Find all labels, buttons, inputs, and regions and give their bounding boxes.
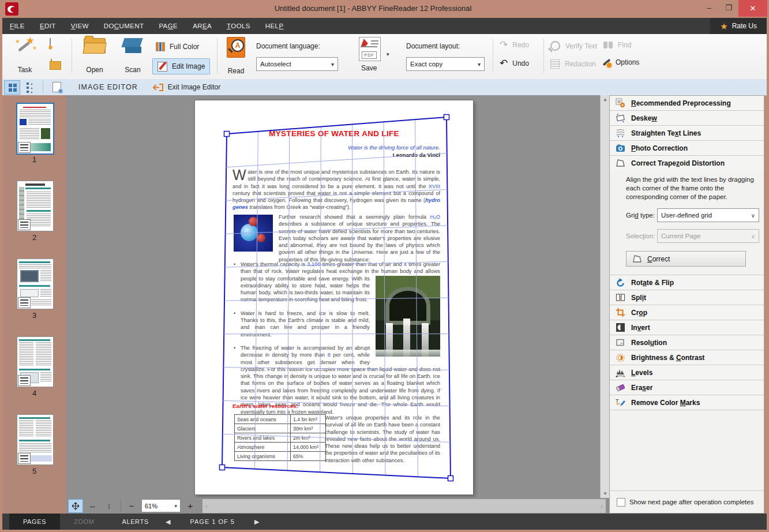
edit-image-button[interactable]: Edit Image <box>152 58 210 74</box>
redaction-button[interactable]: Redaction <box>550 59 596 69</box>
menu-area[interactable]: AREA <box>185 18 219 34</box>
edit-image-icon <box>157 62 167 72</box>
redo-button[interactable]: ↷ Redo <box>500 40 529 50</box>
fit-width-icon: ↔ <box>89 501 96 510</box>
grid-corner-handle[interactable] <box>220 465 225 470</box>
zoom-out-button[interactable]: − <box>125 500 138 512</box>
page-number: 3 <box>2 311 66 320</box>
save-dropdown-arrow[interactable]: ▾ <box>387 51 389 57</box>
tab-alerts[interactable]: ALERTS <box>108 514 163 530</box>
page-status-icon <box>18 453 31 464</box>
fit-page-button[interactable] <box>68 499 83 513</box>
rate-us-button[interactable]: ★ Rate Us <box>710 18 767 34</box>
maximize-button[interactable]: ❐ <box>719 0 738 15</box>
menu-page[interactable]: PAGE <box>151 18 185 34</box>
tool-remove-color-marks[interactable]: T Remove Color Marks <box>610 395 764 410</box>
zoom-in-button[interactable]: + <box>184 500 197 512</box>
thumbnail-view-button[interactable] <box>4 80 20 95</box>
toolbar-separator <box>493 39 493 73</box>
menu-document[interactable]: DOCUMENT <box>96 18 152 34</box>
water-resources-table: Seas and oceans1.4 bn km³ Glaciers30m km… <box>234 414 326 461</box>
molecule-image <box>234 215 273 252</box>
task-button[interactable]: ★★★ Task <box>9 38 40 74</box>
page-thumbnail-5[interactable] <box>17 414 54 465</box>
close-button[interactable]: ✕ <box>738 0 767 17</box>
menu-edit[interactable]: EDIT <box>32 18 63 34</box>
tool-crop[interactable]: Crop <box>610 305 764 320</box>
minimize-button[interactable]: – <box>699 0 719 15</box>
document-horizontal-scrollbar[interactable]: ‹ › <box>202 499 606 513</box>
document-layout-select[interactable]: Exact copy ▾ <box>406 57 485 71</box>
tool-split[interactable]: Split <box>610 290 764 305</box>
zoom-level-select[interactable]: 61% ▾ <box>141 499 181 512</box>
document-language-select[interactable]: Autoselect ▾ <box>256 57 338 71</box>
verify-text-label: Verify Text <box>565 42 597 50</box>
scroll-left-icon[interactable]: ‹ <box>205 503 208 509</box>
tool-correct-trapezoid-distortion[interactable]: Correct Trapezoid Distortion <box>610 156 764 170</box>
next-page-icon[interactable]: ▶ <box>254 518 259 526</box>
read-button[interactable]: A Read <box>223 37 249 75</box>
tool-brightness-contrast[interactable]: Brightness & Contrast <box>610 350 764 365</box>
tool-eraser[interactable]: Eraser <box>610 380 764 395</box>
tool-photo-correction[interactable]: Photo Correction <box>610 141 764 156</box>
tab-zoom[interactable]: ZOOM <box>60 514 108 530</box>
find-button[interactable]: Find <box>603 41 631 49</box>
full-color-button[interactable]: Full Color <box>152 40 202 54</box>
menu-tools[interactable]: TOOLS <box>219 18 258 34</box>
open-label: Open <box>86 66 103 74</box>
detail-view-button[interactable] <box>22 80 38 95</box>
grid-corner-handle[interactable] <box>444 115 449 120</box>
grid-corner-handle[interactable] <box>448 476 453 481</box>
tool-invert[interactable]: Invert <box>610 320 764 335</box>
add-pages-button[interactable] <box>51 59 52 70</box>
redaction-label: Redaction <box>565 60 596 68</box>
image-editor-bar: IMAGE EDITOR Exit Image Editor <box>2 79 767 96</box>
fit-page-icon <box>72 502 80 510</box>
correct-button[interactable]: Correct <box>626 251 746 267</box>
tab-pages[interactable]: PAGES <box>9 514 60 530</box>
tool-recommended-preprocessing[interactable]: Recommended Preprocessing <box>610 96 764 111</box>
menu-help[interactable]: HELP <box>258 18 291 34</box>
document-vertical-scrollbar[interactable]: ▲ ▼ <box>600 95 610 498</box>
options-button[interactable]: Options <box>601 57 639 68</box>
menu-view[interactable]: VIEW <box>63 18 96 34</box>
zoom-level-value: 61% <box>145 503 157 509</box>
save-button[interactable]: PDF <box>359 37 381 61</box>
exit-image-editor-button[interactable]: Exit Image Editor <box>153 83 220 92</box>
undo-button[interactable]: ↶ Undo <box>500 58 529 68</box>
page-navigation: ◀ PAGE 1 OF 5 ▶ <box>166 518 259 526</box>
previous-page-icon[interactable]: ◀ <box>166 518 170 526</box>
selection-label: Selection: <box>626 233 657 239</box>
tool-rotate-flip[interactable]: Rotate & Flip <box>610 275 764 290</box>
menu-file[interactable]: FILE <box>2 18 32 34</box>
verify-text-button[interactable]: Verify Text <box>550 41 597 51</box>
grid-type-select[interactable]: User-defined grid ∨ <box>657 208 759 222</box>
full-color-icon <box>156 42 165 51</box>
open-button[interactable]: Open <box>78 38 111 74</box>
page-thumbnail-4[interactable] <box>17 336 54 387</box>
table-row: Atmosphere14,000 km³ <box>235 443 326 452</box>
find-icon <box>603 42 613 48</box>
chevron-down-icon: ▾ <box>174 503 177 509</box>
trapezoid-icon <box>615 158 625 168</box>
scroll-right-icon[interactable]: › <box>601 503 603 509</box>
grid-type-label: Grid type: <box>626 212 657 219</box>
page-properties-button[interactable] <box>48 80 65 95</box>
new-page-button[interactable] <box>50 39 51 49</box>
document-layout-label: Document layout: <box>406 42 460 50</box>
tool-deskew[interactable]: Deskew <box>610 111 764 126</box>
page-thumbnail-3[interactable] <box>17 258 54 309</box>
scroll-up-icon[interactable]: ▲ <box>601 97 610 102</box>
tool-resolution[interactable]: Resolution <box>610 335 764 350</box>
show-next-page-checkbox[interactable] <box>617 498 625 507</box>
tool-straighten-text-lines[interactable]: Straighten Text Lines <box>610 126 764 141</box>
show-next-page-option[interactable]: Show next page after operation completes <box>610 490 764 513</box>
eraser-icon <box>615 383 625 393</box>
tool-levels[interactable]: Levels <box>610 365 764 380</box>
fit-width-button[interactable]: ↔ <box>85 499 100 513</box>
page-thumbnail-2[interactable] <box>17 181 54 231</box>
page-thumbnail-1[interactable] <box>16 103 54 155</box>
scroll-down-icon[interactable]: ▼ <box>601 491 610 496</box>
fit-height-button[interactable]: ↕ <box>102 499 117 513</box>
scan-button[interactable]: Scan <box>117 38 149 74</box>
